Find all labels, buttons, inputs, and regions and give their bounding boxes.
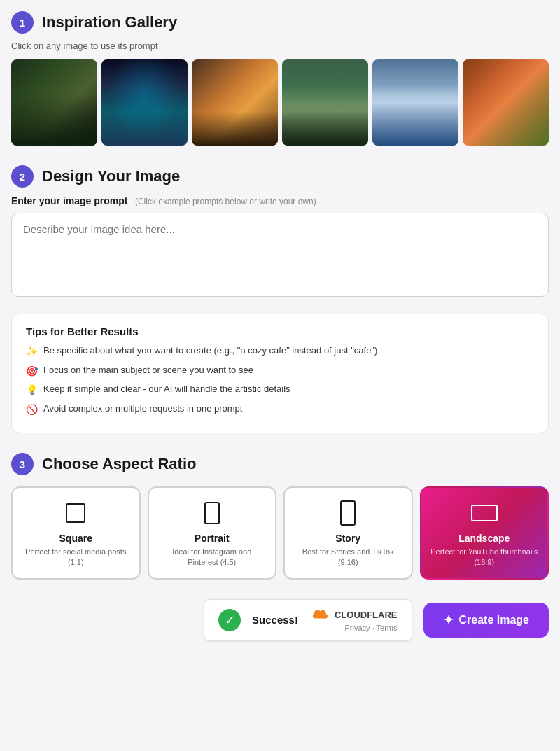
square-icon — [66, 503, 85, 523]
tip-item-4: 🚫 Avoid complex or multiple requests in … — [26, 402, 534, 417]
gallery-item-2[interactable] — [102, 59, 188, 146]
tip-item-3: 💡 Keep it simple and clear - our AI will… — [26, 383, 534, 398]
section2-title: Design Your Image — [42, 167, 180, 185]
gallery-item-6[interactable] — [463, 59, 549, 146]
section1-title: Inspiration Gallery — [42, 13, 177, 31]
story-icon — [340, 500, 356, 526]
prompt-hint: (Click example prompts below or write yo… — [135, 197, 316, 206]
create-image-button[interactable]: ✦ Create Image — [424, 603, 550, 638]
cloudflare-logo: CLOUDFLARE — [309, 608, 398, 622]
cloudflare-branding: CLOUDFLARE Privacy · Terms — [309, 608, 398, 632]
ratio-card-square[interactable]: Square Perfect for social media posts (1… — [11, 486, 141, 580]
gallery-item-5[interactable] — [372, 59, 458, 146]
no-entry-icon: 🚫 — [26, 403, 38, 417]
section2-header: 2 Design Your Image — [11, 165, 549, 188]
create-btn-label: Create Image — [459, 614, 530, 626]
success-check-icon: ✓ — [218, 609, 241, 631]
ratio-icon-landscape-wrapper — [471, 499, 498, 527]
landscape-icon — [471, 505, 498, 521]
tip-text-2: Focus on the main subject or scene you w… — [43, 364, 253, 377]
section3-title: Choose Aspect Ratio — [42, 455, 196, 473]
terms-link[interactable]: Terms — [377, 624, 398, 632]
portrait-icon — [204, 502, 220, 524]
ratio-card-landscape[interactable]: Landscape Perfect for YouTube thumbnails… — [420, 486, 550, 580]
sparkle-icon: ✨ — [26, 345, 38, 359]
gallery-grid — [11, 59, 549, 146]
ratio-grid: Square Perfect for social media posts (1… — [11, 486, 549, 580]
gallery-item-3[interactable] — [192, 59, 278, 146]
tip-item-2: 🎯 Focus on the main subject or scene you… — [26, 364, 534, 379]
ratio-desc-story: Best for Stories and TikTok (9:16) — [293, 547, 403, 567]
ratio-icon-story-wrapper — [340, 499, 356, 527]
section3-header: 3 Choose Aspect Ratio — [11, 453, 549, 475]
ratio-desc-portrait: Ideal for Instagram and Pinterest (4:5) — [158, 547, 267, 567]
privacy-link[interactable]: Privacy — [345, 624, 370, 632]
section1-header: 1 Inspiration Gallery — [11, 11, 549, 34]
design-section: 2 Design Your Image Enter your image pro… — [11, 165, 549, 300]
inspiration-gallery-section: 1 Inspiration Gallery Click on any image… — [11, 11, 549, 146]
ratio-name-story: Story — [335, 533, 360, 544]
bulb-icon: 💡 — [26, 384, 38, 398]
tip-text-4: Avoid complex or multiple requests in on… — [43, 402, 242, 415]
sparkle-btn-icon: ✦ — [443, 612, 454, 628]
ratio-name-square: Square — [59, 533, 92, 544]
prompt-label: Enter your image prompt — [11, 195, 127, 206]
tip-text-3: Keep it simple and clear - our AI will h… — [43, 383, 290, 395]
target-icon: 🎯 — [26, 365, 38, 379]
ratio-icon-portrait-wrapper — [204, 499, 220, 527]
step-3-circle: 3 — [11, 453, 34, 475]
step-1-circle: 1 — [11, 11, 34, 34]
tips-title: Tips for Better Results — [26, 325, 534, 337]
cloudflare-links: Privacy · Terms — [345, 624, 398, 632]
bottom-area: ✓ Success! CLOUDFLARE Privacy · Terms ✦ … — [11, 599, 549, 652]
ratio-name-landscape: Landscape — [458, 533, 510, 544]
ratio-card-story[interactable]: Story Best for Stories and TikTok (9:16) — [284, 486, 413, 580]
gallery-item-4[interactable] — [282, 59, 368, 146]
prompt-label-row: Enter your image prompt (Click example p… — [11, 195, 549, 207]
gallery-subtitle: Click on any image to use its prompt — [11, 41, 549, 51]
ratio-icon-square-wrapper — [66, 499, 85, 527]
ratio-desc-landscape: Perfect for YouTube thumbnails (16:9) — [430, 547, 540, 567]
prompt-textarea[interactable] — [11, 213, 549, 297]
tip-item-1: ✨ Be specific about what you want to cre… — [26, 344, 534, 359]
gallery-item-1[interactable] — [11, 59, 97, 146]
step-2-circle: 2 — [11, 165, 34, 188]
cloudflare-widget: ✓ Success! CLOUDFLARE Privacy · Terms — [204, 599, 412, 641]
ratio-card-portrait[interactable]: Portrait Ideal for Instagram and Pintere… — [148, 486, 277, 580]
cloudflare-cloud-icon — [309, 608, 332, 622]
ratio-desc-square: Perfect for social media posts (1:1) — [21, 547, 131, 567]
tip-text-1: Be specific about what you want to creat… — [43, 344, 377, 357]
tips-box: Tips for Better Results ✨ Be specific ab… — [11, 314, 549, 433]
aspect-ratio-section: 3 Choose Aspect Ratio Square Perfect for… — [11, 453, 549, 580]
ratio-name-portrait: Portrait — [195, 533, 230, 544]
success-text: Success! — [252, 614, 298, 626]
cloudflare-brand-text: CLOUDFLARE — [335, 610, 398, 620]
